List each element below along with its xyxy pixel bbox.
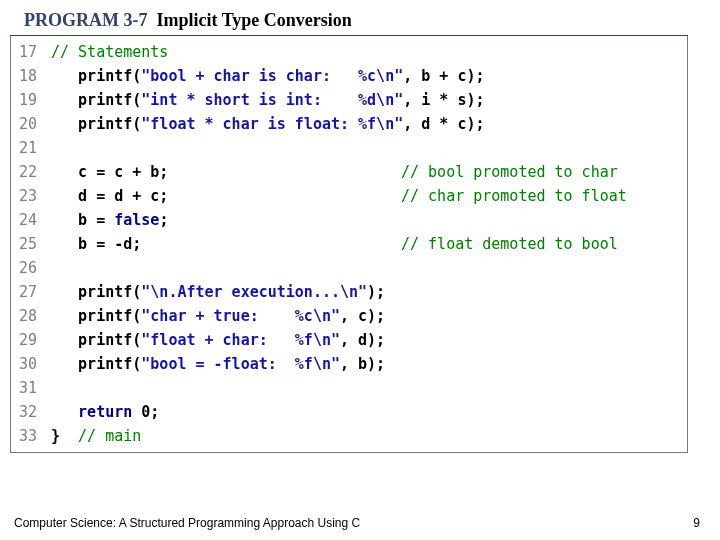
- code-row: 27 printf("\n.After execution...\n");: [11, 280, 687, 304]
- code-row: 22 c = c + b;// bool promoted to char: [11, 160, 687, 184]
- code-content: } // main: [51, 424, 687, 448]
- code-row: 29 printf("float + char: %f\n", d);: [11, 328, 687, 352]
- line-number: 31: [11, 376, 51, 400]
- code-row: 19 printf("int * short is int: %d\n", i …: [11, 88, 687, 112]
- code-row: 33} // main: [11, 424, 687, 448]
- code-row: 21: [11, 136, 687, 160]
- code-row: 26: [11, 256, 687, 280]
- slide-footer: Computer Science: A Structured Programmi…: [14, 516, 700, 530]
- code-row: 20 printf("float * char is float: %f\n",…: [11, 112, 687, 136]
- code-row: 30 printf("bool = -float: %f\n", b);: [11, 352, 687, 376]
- line-number: 26: [11, 256, 51, 280]
- code-content: b = -d;// float demoted to bool: [51, 232, 687, 256]
- line-number: 24: [11, 208, 51, 232]
- line-number: 32: [11, 400, 51, 424]
- line-number: 30: [11, 352, 51, 376]
- inline-comment: // char promoted to float: [401, 184, 627, 208]
- line-number: 17: [11, 40, 51, 64]
- program-title: Implicit Type Conversion: [156, 10, 351, 30]
- code-row: 31: [11, 376, 687, 400]
- code-row: 17// Statements: [11, 40, 687, 64]
- line-number: 18: [11, 64, 51, 88]
- code-content: // Statements: [51, 40, 687, 64]
- line-number: 27: [11, 280, 51, 304]
- footer-page-number: 9: [693, 516, 700, 530]
- line-number: 19: [11, 88, 51, 112]
- footer-book-title: Computer Science: A Structured Programmi…: [14, 516, 360, 530]
- program-heading: PROGRAM 3-7 Implicit Type Conversion: [10, 0, 688, 36]
- code-row: 28 printf("char + true: %c\n", c);: [11, 304, 687, 328]
- code-content: return 0;: [51, 400, 687, 424]
- line-number: 29: [11, 328, 51, 352]
- line-number: 20: [11, 112, 51, 136]
- code-content: printf("float * char is float: %f\n", d …: [51, 112, 687, 136]
- code-content: printf("float + char: %f\n", d);: [51, 328, 687, 352]
- line-number: 28: [11, 304, 51, 328]
- code-content: b = false;: [51, 208, 687, 232]
- inline-comment: // bool promoted to char: [401, 160, 618, 184]
- code-content: printf("\n.After execution...\n");: [51, 280, 687, 304]
- line-number: 25: [11, 232, 51, 256]
- line-number: 22: [11, 160, 51, 184]
- code-row: 23 d = d + c;// char promoted to float: [11, 184, 687, 208]
- code-content: d = d + c;// char promoted to float: [51, 184, 687, 208]
- code-row: 18 printf("bool + char is char: %c\n", b…: [11, 64, 687, 88]
- line-number: 21: [11, 136, 51, 160]
- code-content: c = c + b;// bool promoted to char: [51, 160, 687, 184]
- code-listing: 17// Statements18 printf("bool + char is…: [10, 36, 688, 453]
- inline-comment: // float demoted to bool: [401, 232, 618, 256]
- line-number: 33: [11, 424, 51, 448]
- code-row: 32 return 0;: [11, 400, 687, 424]
- code-content: printf("char + true: %c\n", c);: [51, 304, 687, 328]
- code-content: printf("bool = -float: %f\n", b);: [51, 352, 687, 376]
- line-number: 23: [11, 184, 51, 208]
- code-row: 25 b = -d;// float demoted to bool: [11, 232, 687, 256]
- program-label: PROGRAM 3-7: [24, 10, 156, 30]
- code-content: printf("int * short is int: %d\n", i * s…: [51, 88, 687, 112]
- code-content: printf("bool + char is char: %c\n", b + …: [51, 64, 687, 88]
- code-row: 24 b = false;: [11, 208, 687, 232]
